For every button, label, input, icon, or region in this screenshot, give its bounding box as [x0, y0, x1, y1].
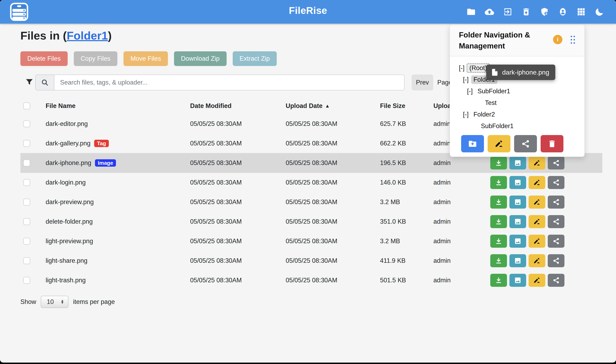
- per-page-select[interactable]: 10 ▲▼: [41, 296, 69, 308]
- row-checkbox[interactable]: [23, 179, 30, 186]
- column-header-upload-date[interactable]: Upload Date ▲: [286, 98, 330, 114]
- file-name-cell: dark-login.png: [46, 173, 86, 192]
- download-button[interactable]: [490, 195, 507, 208]
- folder-label[interactable]: Test: [483, 99, 499, 107]
- table-row[interactable]: light-trash.png 05/05/25 08:30AM 05/05/2…: [20, 271, 602, 290]
- folder-tree-item[interactable]: [-] SubFolder1: [459, 85, 584, 97]
- upload-date-label: Upload Date: [286, 102, 323, 110]
- download-button[interactable]: [490, 274, 507, 287]
- uploader-cell: admin: [433, 173, 451, 192]
- download-button[interactable]: [490, 215, 507, 228]
- file-badge: Tag: [94, 140, 109, 147]
- download-button[interactable]: [490, 235, 507, 248]
- row-checkbox[interactable]: [23, 277, 30, 284]
- rename-button[interactable]: [529, 176, 545, 189]
- row-checkbox[interactable]: [23, 238, 30, 245]
- rename-button[interactable]: [529, 156, 545, 169]
- info-icon[interactable]: i: [553, 35, 563, 44]
- share-button[interactable]: [548, 156, 564, 169]
- delete-files-button[interactable]: Delete Files: [20, 51, 68, 66]
- image-preview-button[interactable]: [510, 176, 526, 189]
- copy-files-button[interactable]: Copy Files: [74, 51, 117, 66]
- date-modified-cell: 05/05/25 08:30AM: [190, 134, 242, 153]
- share-button[interactable]: [548, 254, 564, 267]
- filerise-app: FileRise Files in (Folder1) Delete Files…: [0, 0, 616, 363]
- tree-toggle[interactable]: [-]: [463, 111, 469, 118]
- trash-restore-icon[interactable]: [521, 7, 531, 17]
- admin-shield-icon[interactable]: [539, 7, 550, 17]
- top-bar: FileRise: [0, 0, 616, 24]
- row-checkbox[interactable]: [23, 199, 30, 206]
- table-row[interactable]: dark-login.png 05/05/25 08:30AM 05/05/25…: [20, 173, 602, 192]
- row-actions: [490, 235, 564, 248]
- image-preview-button[interactable]: [510, 156, 526, 169]
- column-header-file-size[interactable]: File Size: [380, 98, 405, 114]
- page-title: Files in (Folder1): [20, 29, 112, 42]
- file-size-cell: 411.9 KB: [380, 251, 406, 271]
- filter-funnel-icon[interactable]: [25, 78, 34, 87]
- row-checkbox[interactable]: [23, 140, 30, 147]
- rename-button[interactable]: [488, 135, 511, 152]
- column-header-date-modified[interactable]: Date Modified: [190, 98, 232, 114]
- current-folder-link[interactable]: Folder1: [67, 29, 108, 42]
- apps-grid-icon[interactable]: [576, 7, 586, 17]
- share-button[interactable]: [548, 195, 564, 208]
- folder-tree-item[interactable]: SubFolder1: [459, 120, 584, 132]
- share-button[interactable]: [548, 176, 564, 189]
- download-button[interactable]: [490, 254, 507, 267]
- drag-handle-icon[interactable]: [569, 35, 576, 45]
- folder-plus-button[interactable]: [461, 135, 484, 152]
- image-preview-button[interactable]: [510, 254, 526, 267]
- row-checkbox[interactable]: [23, 218, 30, 225]
- download-button[interactable]: [490, 176, 507, 189]
- download-zip-button[interactable]: Download Zip: [174, 51, 227, 66]
- image-preview-button[interactable]: [510, 215, 526, 228]
- rename-button[interactable]: [529, 215, 545, 228]
- spinner-arrows-icon[interactable]: ▲▼: [61, 300, 64, 304]
- folder-tree-item[interactable]: Test: [459, 97, 584, 109]
- row-checkbox[interactable]: [23, 120, 30, 127]
- tree-toggle[interactable]: [-]: [459, 64, 465, 72]
- rename-button[interactable]: [529, 274, 545, 287]
- row-checkbox[interactable]: [23, 159, 30, 166]
- select-all-checkbox[interactable]: [23, 103, 30, 109]
- prev-page-button[interactable]: Prev: [412, 75, 433, 91]
- file-size-cell: 196.5 KB: [380, 153, 406, 173]
- folder-tree-item[interactable]: [-] Folder2: [459, 109, 584, 120]
- folder-label[interactable]: SubFolder1: [475, 87, 513, 95]
- folder-label[interactable]: SubFolder1: [478, 122, 516, 130]
- file-size-cell: 662.2 KB: [380, 134, 406, 153]
- table-row[interactable]: delete-folder.png 05/05/25 08:30AM 05/05…: [20, 212, 602, 231]
- sign-in-icon[interactable]: [503, 7, 513, 17]
- folder-icon[interactable]: [466, 7, 476, 17]
- tree-toggle[interactable]: [-]: [463, 76, 469, 83]
- download-button[interactable]: [490, 156, 507, 169]
- show-label: Show: [20, 298, 36, 306]
- items-per-page-label: items per page: [73, 298, 115, 306]
- rename-button[interactable]: [529, 195, 545, 208]
- share-button[interactable]: [548, 235, 564, 248]
- table-row[interactable]: dark-preview.png 05/05/25 08:30AM 05/05/…: [20, 192, 602, 212]
- share-button[interactable]: [548, 215, 564, 228]
- column-header-file-name[interactable]: File Name: [46, 98, 75, 114]
- table-row[interactable]: light-preview.png 05/05/25 08:30AM 05/05…: [20, 231, 602, 251]
- rename-button[interactable]: [529, 235, 545, 248]
- extract-zip-button[interactable]: Extract Zip: [233, 51, 277, 66]
- share-button[interactable]: [548, 274, 564, 287]
- table-row[interactable]: light-share.png 05/05/25 08:30AM 05/05/2…: [20, 251, 602, 271]
- dark-mode-icon[interactable]: [594, 7, 604, 17]
- share-button[interactable]: [514, 135, 537, 152]
- user-profile-icon[interactable]: [558, 7, 568, 17]
- date-modified-cell: 05/05/25 08:30AM: [190, 153, 242, 173]
- trash-button[interactable]: [541, 135, 564, 152]
- rename-button[interactable]: [529, 254, 545, 267]
- image-preview-button[interactable]: [510, 274, 526, 287]
- folder-label[interactable]: Folder2: [471, 110, 498, 119]
- search-input[interactable]: [54, 75, 405, 91]
- tree-toggle[interactable]: [-]: [467, 88, 473, 95]
- image-preview-button[interactable]: [510, 235, 526, 248]
- row-checkbox[interactable]: [23, 257, 30, 264]
- cloud-upload-icon[interactable]: [484, 7, 495, 17]
- image-preview-button[interactable]: [510, 195, 526, 208]
- move-files-button[interactable]: Move Files: [123, 51, 168, 66]
